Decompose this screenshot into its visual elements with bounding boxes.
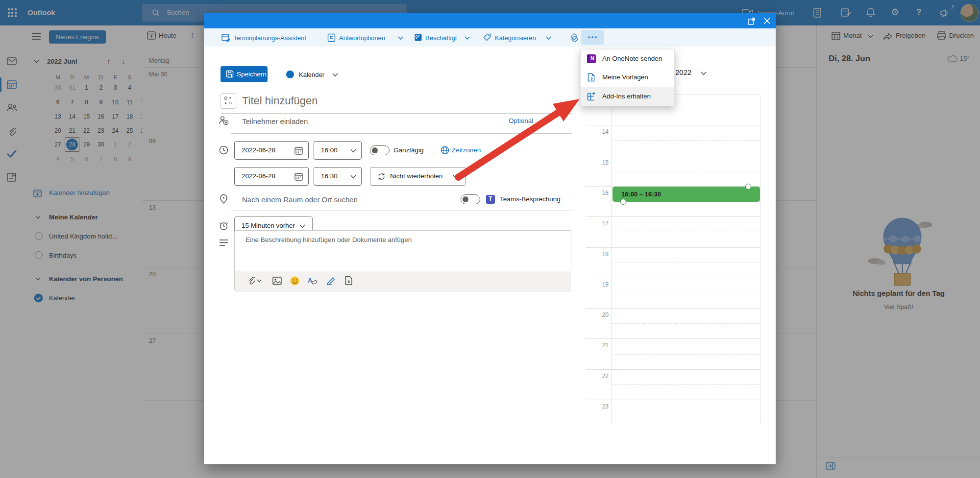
day-grid-line xyxy=(612,415,760,415)
day-grid-line xyxy=(586,338,760,339)
menu-item-templates-label: Meine Vorlagen xyxy=(602,73,648,81)
day-grid-line xyxy=(586,308,760,309)
day-grid-line xyxy=(586,125,760,125)
day-grid-line xyxy=(586,400,760,400)
day-grid-line xyxy=(586,369,760,370)
day-grid-line xyxy=(760,95,760,424)
event-block-label: 16:00 – 16:30 xyxy=(621,191,661,198)
day-grid-line xyxy=(586,278,760,278)
event-resize-handle-bottom[interactable] xyxy=(620,199,626,205)
day-grid-line xyxy=(586,247,760,248)
day-grid-line xyxy=(612,171,760,171)
hour-label: 15 xyxy=(589,159,609,166)
day-grid-line xyxy=(612,354,760,355)
event-block[interactable]: 16:00 – 16:30 xyxy=(612,187,760,202)
onenote-icon: N xyxy=(587,54,596,63)
day-grid-line xyxy=(612,232,760,232)
menu-item-addins-label: Add-Ins erhalten xyxy=(602,93,651,100)
day-grid-line xyxy=(612,140,760,141)
day-grid-line xyxy=(612,263,760,263)
hour-label: 16 xyxy=(589,190,609,196)
hour-label: 23 xyxy=(589,403,609,410)
more-options-menu: N An OneNote senden Meine Vorlagen Add-I… xyxy=(580,49,675,106)
hour-label: 22 xyxy=(589,373,609,380)
day-grid-line xyxy=(586,216,760,217)
day-grid-line xyxy=(612,293,760,293)
menu-item-addins[interactable]: Add-Ins erhalten xyxy=(581,87,674,106)
day-preview-grid: 14151617181920212223 xyxy=(204,13,776,464)
templates-icon xyxy=(588,73,595,82)
hour-label: 19 xyxy=(589,281,609,288)
hour-label: 14 xyxy=(589,128,609,135)
menu-item-onenote[interactable]: N An OneNote senden xyxy=(581,49,674,68)
menu-item-templates[interactable]: Meine Vorlagen xyxy=(581,68,674,87)
day-grid-line xyxy=(612,323,760,324)
hour-label: 20 xyxy=(589,311,609,318)
day-grid-line xyxy=(586,156,760,156)
day-grid-line xyxy=(612,95,612,424)
outlook-app: Outlook Suchen Teams-Anruf ⚙ ? 2 Neues E… xyxy=(0,0,980,478)
hour-label: 18 xyxy=(589,251,609,258)
event-resize-handle-top[interactable] xyxy=(745,184,751,190)
menu-item-onenote-label: An OneNote senden xyxy=(602,55,662,62)
hour-label: 21 xyxy=(589,342,609,349)
hour-label: 17 xyxy=(589,220,609,227)
event-dialog: Terminplanungs-Assistent Antwortoptionen… xyxy=(204,13,776,464)
day-grid-line xyxy=(612,110,760,110)
day-grid-line xyxy=(612,384,760,385)
addins-icon xyxy=(587,92,597,101)
